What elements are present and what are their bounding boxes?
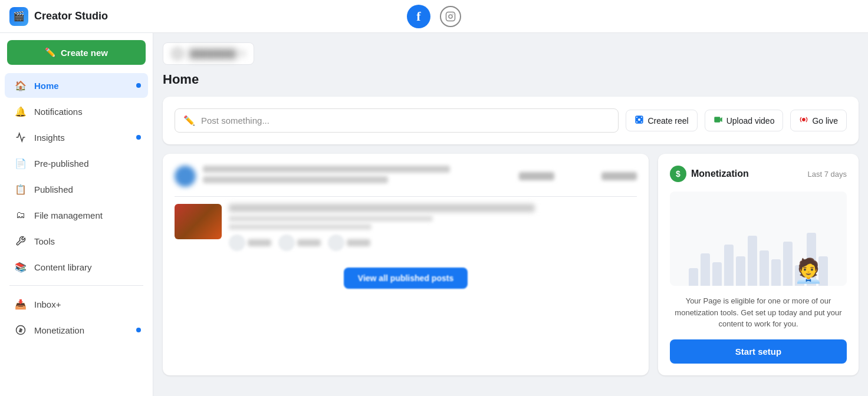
svg-point-2: [452, 14, 453, 15]
upload-video-button[interactable]: Upload video: [705, 110, 784, 131]
sidebar-item-published[interactable]: 📋 Published: [5, 177, 148, 202]
app-logo: 🎬 Creator Studio: [9, 7, 108, 26]
bar: [748, 236, 757, 286]
stat-chip-2: [278, 235, 321, 251]
stat-chip-3: [328, 235, 370, 251]
thumb-inner: [175, 204, 222, 239]
stat-val-3: [347, 239, 370, 246]
app-title: Creator Studio: [34, 10, 108, 22]
bar: [771, 259, 781, 286]
svg-point-1: [449, 15, 452, 18]
sidebar-item-tools[interactable]: Tools: [5, 229, 148, 253]
platform-switcher: f: [407, 5, 461, 28]
stat-icon-1: [229, 235, 245, 251]
content-thumbnail: [175, 204, 222, 239]
blurred-title: [203, 166, 450, 173]
post-placeholder: Post something...: [201, 116, 269, 126]
sidebar-item-label: Content library: [34, 262, 92, 272]
content-title-blurred: [229, 204, 535, 212]
bar: [689, 268, 698, 286]
edit-icon: ✏️: [183, 115, 195, 126]
logo-icon: 🎬: [9, 7, 28, 26]
figure-icon: 🧑‍💼: [794, 257, 823, 285]
monetization-period: Last 7 days: [808, 170, 847, 179]
sidebar-item-home[interactable]: 🏠 Home: [5, 73, 148, 98]
monetization-icon: [14, 324, 27, 336]
nav-dot-insights: [136, 135, 141, 140]
sidebar-item-label: Monetization: [34, 325, 84, 335]
bar: [701, 253, 710, 286]
instagram-icon[interactable]: [440, 6, 461, 27]
go-live-button[interactable]: Go live: [790, 110, 847, 131]
sidebar-item-label: Pre-published: [34, 159, 89, 169]
content-area: ████████ ▼ Home ✏️ Post something...: [153, 33, 868, 396]
monetization-title-row: $ Monetization: [670, 166, 749, 182]
monetization-header: $ Monetization Last 7 days: [670, 166, 847, 182]
nav-dot-home: [136, 83, 141, 88]
content-sub-blurred-2: [229, 224, 371, 230]
create-new-icon: ✏️: [45, 47, 56, 58]
main-layout: ✏️ Create new 🏠 Home 🔔 Notifications Ins…: [0, 33, 868, 396]
dollar-icon: $: [670, 166, 686, 182]
notifications-icon: 🔔: [14, 105, 27, 118]
bar: [736, 256, 745, 286]
sidebar-item-label: Published: [34, 184, 73, 194]
monetization-description: Your Page is eligible for one or more of…: [670, 295, 847, 330]
live-icon: [799, 115, 808, 126]
sidebar-item-insights[interactable]: Insights: [5, 125, 148, 150]
sidebar-item-pre-published[interactable]: 📄 Pre-published: [5, 151, 148, 176]
bar: [783, 242, 793, 286]
file-management-icon: 🗂: [14, 209, 27, 222]
inbox-icon: 📥: [14, 298, 27, 311]
tools-icon: [14, 235, 27, 248]
svg-point-8: [641, 117, 642, 118]
home-icon: 🏠: [14, 79, 27, 92]
insights-icon: [14, 131, 27, 144]
sidebar-item-monetization[interactable]: Monetization: [5, 318, 148, 342]
stat-val-1: [248, 239, 271, 246]
page-name: ████████ ▼: [189, 49, 246, 58]
bar: [760, 250, 769, 286]
facebook-icon[interactable]: f: [407, 5, 430, 28]
view-all-button[interactable]: View all published posts: [344, 268, 468, 289]
card-header: [175, 166, 637, 187]
svg-point-6: [638, 118, 640, 121]
sidebar-item-file-management[interactable]: 🗂 File management: [5, 203, 148, 227]
stat-icon-3: [328, 235, 344, 251]
stat-blurred-1: [519, 172, 554, 180]
page-avatar: [170, 47, 185, 61]
content-details: [229, 204, 637, 251]
sidebar-item-label: Insights: [34, 133, 65, 143]
sidebar-item-content-library[interactable]: 📚 Content library: [5, 255, 148, 279]
svg-rect-11: [714, 117, 720, 122]
cards-row: View all published posts $ Monetization …: [163, 154, 859, 375]
page-selector[interactable]: ████████ ▼: [163, 42, 254, 65]
nav-divider: [9, 285, 143, 286]
bar: [712, 262, 722, 286]
card-avatar: [175, 166, 196, 187]
content-stats: [229, 235, 637, 251]
nav-dot-monetization: [136, 328, 141, 332]
start-setup-button[interactable]: Start setup: [670, 339, 847, 364]
create-new-button[interactable]: ✏️ Create new: [7, 40, 146, 65]
reel-icon: [634, 115, 644, 126]
go-live-label: Go live: [812, 116, 838, 126]
stat-blurred-2: [601, 172, 637, 180]
monetization-card: $ Monetization Last 7 days 🧑‍💼 Your Page…: [658, 154, 859, 375]
create-reel-label: Create reel: [647, 116, 688, 126]
svg-point-7: [636, 117, 637, 118]
create-reel-button[interactable]: Create reel: [626, 110, 697, 131]
svg-rect-0: [446, 12, 455, 21]
svg-point-10: [641, 121, 642, 123]
stats-row: [519, 172, 637, 180]
svg-point-14: [803, 118, 805, 121]
sidebar-item-notifications[interactable]: 🔔 Notifications: [5, 99, 148, 124]
upload-video-label: Upload video: [726, 116, 775, 126]
app-header: 🎬 Creator Studio f: [0, 0, 868, 33]
content-sub-blurred-1: [229, 216, 433, 222]
sidebar-item-label: Notifications: [34, 107, 83, 117]
post-input[interactable]: ✏️ Post something...: [175, 108, 619, 133]
sidebar-item-inbox[interactable]: 📥 Inbox+: [5, 292, 148, 316]
content-library-icon: 📚: [14, 260, 27, 273]
bar: [724, 245, 734, 286]
